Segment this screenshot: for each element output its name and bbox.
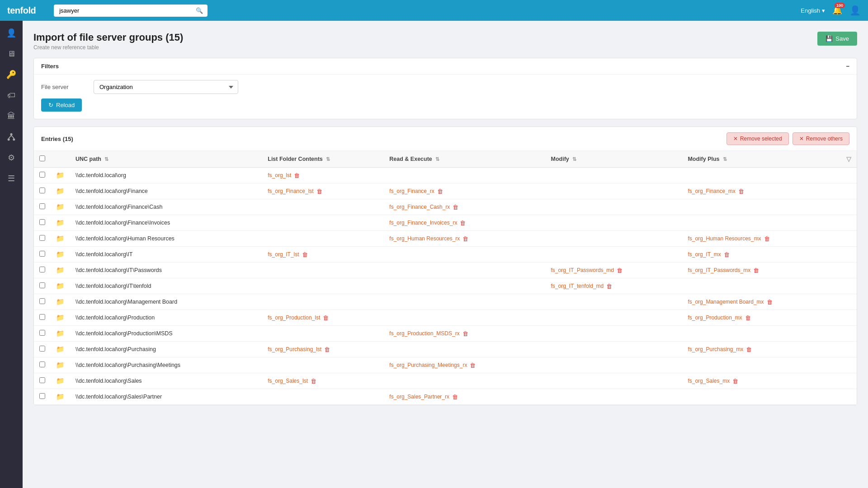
modify-plus-delete-icon[interactable]: 🗑 xyxy=(724,251,730,258)
folder-icon: 📁 xyxy=(56,298,65,305)
modify-plus-cell: fs_org_Human Resources_mx🗑 xyxy=(688,235,835,242)
read-execute-link[interactable]: fs_org_Human Resources_rx xyxy=(389,235,460,242)
modify-plus-sort-icon[interactable]: ⇅ xyxy=(723,156,727,162)
read-execute-link[interactable]: fs_org_Sales_Partner_rx xyxy=(389,394,449,400)
read-execute-delete-icon[interactable]: 🗑 xyxy=(462,235,468,242)
sidebar-item-network[interactable] xyxy=(0,127,23,147)
row-checkbox-6[interactable] xyxy=(39,267,45,272)
modify-cell: fs_org_IT_tenfold_md🗑 xyxy=(551,283,677,290)
topbar-right: English ▾ 🔔 100 👤 xyxy=(801,5,861,16)
save-button[interactable]: 💾 Save xyxy=(817,32,857,46)
modify-link[interactable]: fs_org_IT_tenfold_md xyxy=(551,283,604,289)
row-checkbox-4[interactable] xyxy=(39,235,45,241)
modify-sort-icon[interactable]: ⇅ xyxy=(572,156,576,162)
read-execute-delete-icon[interactable]: 🗑 xyxy=(452,394,458,400)
modify-plus-delete-icon[interactable]: 🗑 xyxy=(745,314,751,321)
remove-others-button[interactable]: ✕ Remove others xyxy=(793,132,849,145)
svg-line-3 xyxy=(9,136,11,139)
modify-delete-icon[interactable]: 🗑 xyxy=(606,283,612,290)
modify-link[interactable]: fs_org_IT_Passwords_md xyxy=(551,267,614,273)
header-modify: Modify ⇅ xyxy=(546,151,683,168)
list-folder-link[interactable]: fs_org_Production_lst xyxy=(268,314,320,321)
modify-plus-delete-icon[interactable]: 🗑 xyxy=(738,188,744,195)
list-folder-delete-icon[interactable]: 🗑 xyxy=(323,314,329,321)
list-folder-sort-icon[interactable]: ⇅ xyxy=(326,156,330,162)
table-filter-icon[interactable]: ▽ xyxy=(846,155,851,163)
row-checkbox-10[interactable] xyxy=(39,330,45,336)
list-folder-cell: fs_org_lst🗑 xyxy=(268,172,378,179)
read-execute-sort-icon[interactable]: ⇅ xyxy=(435,156,439,162)
modify-plus-link[interactable]: fs_org_Human Resources_mx xyxy=(688,235,761,242)
user-avatar[interactable]: 👤 xyxy=(849,5,861,16)
select-all-checkbox[interactable] xyxy=(39,155,45,161)
sidebar-item-key[interactable]: 🔑 xyxy=(0,64,23,85)
row-checkbox-2[interactable] xyxy=(39,203,45,209)
row-checkbox-7[interactable] xyxy=(39,282,45,288)
remove-selected-button[interactable]: ✕ Remove selected xyxy=(726,132,789,145)
modify-plus-delete-icon[interactable]: 🗑 xyxy=(753,267,759,274)
list-folder-delete-icon[interactable]: 🗑 xyxy=(316,188,322,195)
modify-plus-link[interactable]: fs_org_Management Board_mx xyxy=(688,299,764,305)
row-checkbox-9[interactable] xyxy=(39,314,45,320)
row-checkbox-12[interactable] xyxy=(39,361,45,367)
sidebar-item-tag[interactable]: 🏷 xyxy=(0,85,23,106)
list-folder-link[interactable]: fs_org_Purchasing_lst xyxy=(268,346,321,352)
list-folder-link[interactable]: fs_org_lst xyxy=(268,172,291,178)
read-execute-delete-icon[interactable]: 🗑 xyxy=(470,362,476,369)
row-checkbox-14[interactable] xyxy=(39,393,45,399)
modify-plus-link[interactable]: fs_org_IT_Passwords_mx xyxy=(688,267,750,273)
modify-plus-delete-icon[interactable]: 🗑 xyxy=(746,346,752,353)
table-row: 📁\\dc.tenfold.local\org\Purchasing\Meeti… xyxy=(34,357,857,373)
read-execute-link[interactable]: fs_org_Finance_rx xyxy=(389,188,434,194)
read-execute-link[interactable]: fs_org_Finance_Cash_rx xyxy=(389,204,450,210)
modify-delete-icon[interactable]: 🗑 xyxy=(617,267,623,274)
read-execute-delete-icon[interactable]: 🗑 xyxy=(462,330,468,337)
list-folder-delete-icon[interactable]: 🗑 xyxy=(324,346,330,353)
modify-plus-link[interactable]: fs_org_IT_mx xyxy=(688,251,721,258)
sidebar-item-monitor[interactable]: 🖥 xyxy=(0,43,23,64)
page-subtitle: Create new reference table xyxy=(33,44,183,51)
reload-button[interactable]: ↻ Reload xyxy=(41,99,82,112)
row-checkbox-0[interactable] xyxy=(39,172,45,178)
row-checkbox-5[interactable] xyxy=(39,251,45,257)
read-execute-link[interactable]: fs_org_Production_MSDS_rx xyxy=(389,330,459,337)
modify-plus-link[interactable]: fs_org_Production_mx xyxy=(688,314,742,321)
read-execute-delete-icon[interactable]: 🗑 xyxy=(437,188,443,195)
modify-plus-link[interactable]: fs_org_Finance_mx xyxy=(688,188,735,194)
header-filter-icon-cell: ▽ xyxy=(841,151,857,168)
row-checkbox-13[interactable] xyxy=(39,377,45,383)
language-selector[interactable]: English ▾ xyxy=(801,7,825,14)
list-folder-link[interactable]: fs_org_Sales_lst xyxy=(268,378,308,384)
sidebar-item-gear-group[interactable]: ⚙ xyxy=(0,147,23,168)
search-input[interactable] xyxy=(54,5,208,17)
row-checkbox-3[interactable] xyxy=(39,219,45,225)
sidebar-item-person[interactable]: 👤 xyxy=(0,23,23,43)
list-folder-link[interactable]: fs_org_IT_lst xyxy=(268,251,299,258)
read-execute-delete-icon[interactable]: 🗑 xyxy=(460,220,466,226)
filters-header[interactable]: Filters − xyxy=(34,58,857,74)
modify-plus-link[interactable]: fs_org_Purchasing_mx xyxy=(688,346,743,352)
remove-selected-x-icon: ✕ xyxy=(733,136,738,142)
read-execute-link[interactable]: fs_org_Finance_Invoices_rx xyxy=(389,220,457,226)
sidebar-item-bank[interactable]: 🏛 xyxy=(0,106,23,127)
row-checkbox-8[interactable] xyxy=(39,298,45,304)
list-folder-delete-icon[interactable]: 🗑 xyxy=(311,378,316,385)
modify-plus-cell: fs_org_IT_mx🗑 xyxy=(688,251,835,258)
list-folder-link[interactable]: fs_org_Finance_lst xyxy=(268,188,313,194)
header-checkbox-cell xyxy=(34,151,51,168)
modify-plus-link[interactable]: fs_org_Sales_mx xyxy=(688,378,730,384)
modify-plus-delete-icon[interactable]: 🗑 xyxy=(764,235,770,242)
file-server-select[interactable]: Organization xyxy=(94,80,238,94)
modify-plus-delete-icon[interactable]: 🗑 xyxy=(732,378,738,385)
row-checkbox-1[interactable] xyxy=(39,188,45,193)
list-folder-delete-icon[interactable]: 🗑 xyxy=(294,172,300,179)
notifications-button[interactable]: 🔔 100 xyxy=(832,5,842,15)
read-execute-link[interactable]: fs_org_Purchasing_Meetings_rx xyxy=(389,362,467,368)
sidebar-item-list[interactable]: ☰ xyxy=(0,168,23,189)
read-execute-delete-icon[interactable]: 🗑 xyxy=(453,204,458,211)
svg-line-4 xyxy=(11,136,14,139)
unc-path-sort-icon[interactable]: ⇅ xyxy=(104,156,108,162)
modify-plus-delete-icon[interactable]: 🗑 xyxy=(767,299,773,305)
row-checkbox-11[interactable] xyxy=(39,346,45,352)
list-folder-delete-icon[interactable]: 🗑 xyxy=(302,251,308,258)
